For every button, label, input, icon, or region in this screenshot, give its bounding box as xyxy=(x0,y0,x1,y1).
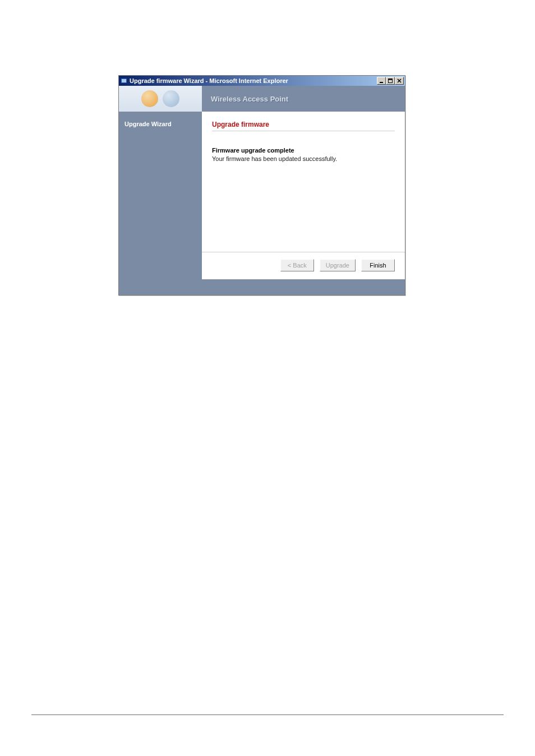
content-spacer xyxy=(212,162,395,246)
logo-graphic-1 xyxy=(141,90,158,107)
svg-rect-4 xyxy=(389,79,393,80)
browser-icon xyxy=(120,77,128,85)
content-body: Upgrade firmware Firmware upgrade comple… xyxy=(202,112,405,252)
content-header: Wireless Access Point xyxy=(202,86,405,112)
title-bar[interactable]: Upgrade firmware Wizard - Microsoft Inte… xyxy=(119,76,405,86)
wizard-button-row: < Back Upgrade Finish xyxy=(202,252,405,279)
finish-button[interactable]: Finish xyxy=(361,259,395,271)
status-heading: Firmware upgrade complete xyxy=(212,147,395,154)
svg-rect-2 xyxy=(380,82,383,83)
content-footer xyxy=(202,279,405,295)
content-area: Wireless Access Point Upgrade firmware F… xyxy=(202,86,405,295)
close-button[interactable] xyxy=(395,77,404,85)
upgrade-button: Upgrade xyxy=(320,259,356,271)
sidebar: Upgrade Wizard xyxy=(119,86,202,295)
sidebar-item-upgrade-wizard[interactable]: Upgrade Wizard xyxy=(124,121,196,127)
svg-rect-1 xyxy=(122,79,126,82)
sidebar-logo-area xyxy=(119,86,202,112)
page-footer-divider xyxy=(31,714,504,715)
status-text: Your firmware has been updated successfu… xyxy=(212,155,395,162)
window-controls xyxy=(377,77,405,85)
section-title: Upgrade firmware xyxy=(212,121,395,131)
window-body: Upgrade Wizard Wireless Access Point Upg… xyxy=(119,86,405,295)
dialog-window: Upgrade firmware Wizard - Microsoft Inte… xyxy=(118,75,405,296)
content-header-title: Wireless Access Point xyxy=(211,95,288,103)
back-button: < Back xyxy=(280,259,314,271)
sidebar-nav: Upgrade Wizard xyxy=(119,112,202,295)
logo-graphic-2 xyxy=(163,90,179,107)
maximize-button[interactable] xyxy=(386,77,395,85)
minimize-button[interactable] xyxy=(377,77,386,85)
window-title: Upgrade firmware Wizard - Microsoft Inte… xyxy=(130,77,377,84)
